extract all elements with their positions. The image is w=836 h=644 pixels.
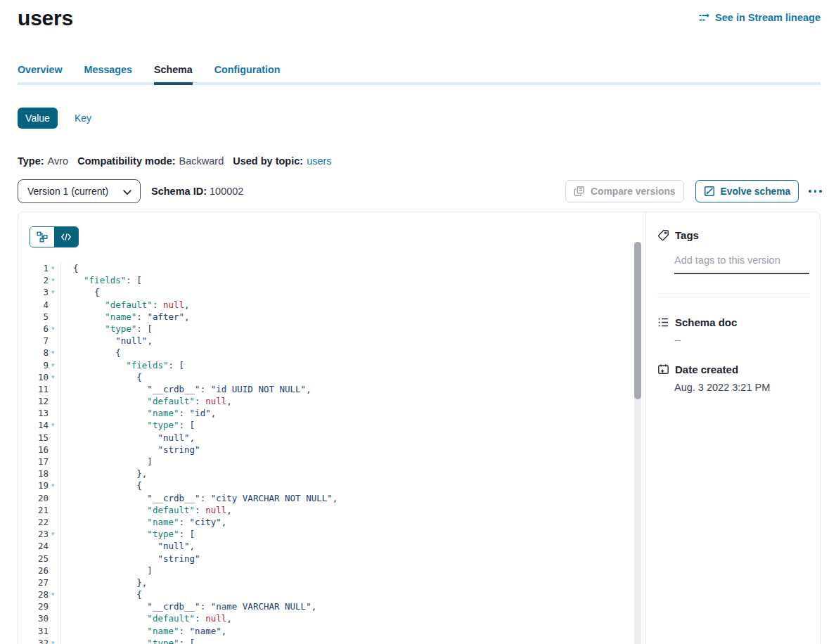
code-text: { (60, 262, 645, 274)
code-line: 18 }, (18, 468, 645, 479)
code-text: "null", (60, 335, 645, 347)
code-text: "type": [ (60, 419, 645, 431)
code-text: { (60, 347, 645, 359)
code-text: ] (60, 565, 645, 577)
line-number: 12 (18, 395, 49, 407)
code-text: "default": null, (60, 395, 645, 407)
code-text: "type": [ (60, 323, 645, 335)
tab-messages[interactable]: Messages (84, 64, 132, 82)
page-title: users (18, 6, 73, 30)
tags-input[interactable]: Add tags to this version (674, 254, 809, 274)
fold-toggle-icon[interactable]: ▾ (49, 323, 60, 335)
code-line: 16 "string" (18, 444, 645, 456)
view-toggle (30, 226, 79, 247)
code-line: 1▾{ (18, 262, 645, 274)
code-text: { (60, 588, 645, 600)
code-text: ] (60, 456, 645, 468)
line-number: 17 (18, 456, 49, 468)
fold-toggle-icon[interactable]: ▾ (49, 637, 60, 644)
scrollbar-thumb[interactable] (634, 242, 641, 399)
line-number: 7 (18, 335, 49, 347)
fold-spacer (49, 311, 60, 323)
line-number: 26 (18, 565, 49, 577)
tab-schema[interactable]: Schema (154, 64, 193, 82)
tree-view-icon (37, 231, 48, 243)
fold-toggle-icon[interactable]: ▾ (49, 528, 60, 540)
code-line: 27 }, (18, 577, 645, 588)
fold-spacer (49, 553, 60, 565)
date-created-value: Aug. 3 2022 3:21 PM (674, 382, 809, 393)
fold-spacer (49, 504, 60, 516)
code-text: "name": "name", (60, 625, 645, 637)
fold-spacer (49, 612, 60, 624)
fold-spacer (49, 456, 60, 468)
code-view-button[interactable] (54, 227, 78, 247)
code-text: "fields": [ (60, 359, 645, 371)
line-number: 14 (18, 419, 49, 431)
code-text: "default": null, (60, 299, 645, 311)
fold-toggle-icon[interactable]: ▾ (49, 371, 60, 383)
more-options-button[interactable] (809, 180, 822, 202)
see-in-stream-lineage-link[interactable]: See in Stream lineage (699, 12, 821, 23)
fold-toggle-icon[interactable]: ▾ (49, 262, 60, 274)
fold-toggle-icon[interactable]: ▾ (49, 359, 60, 371)
chevron-down-icon (123, 190, 131, 195)
fold-toggle-icon[interactable]: ▾ (49, 588, 60, 600)
version-select[interactable]: Version 1 (current) (18, 179, 141, 203)
fold-toggle-icon[interactable]: ▾ (49, 479, 60, 491)
line-number: 1 (18, 262, 49, 274)
line-number: 30 (18, 612, 49, 624)
fold-toggle-icon[interactable]: ▾ (49, 274, 60, 286)
topic-link[interactable]: users (307, 155, 331, 167)
sidebar-divider (657, 297, 809, 297)
fold-spacer (49, 516, 60, 528)
date-created-icon (657, 363, 669, 375)
fold-toggle-icon[interactable]: ▾ (49, 347, 60, 359)
line-number: 21 (18, 504, 49, 516)
line-number: 15 (18, 432, 49, 444)
used-by-topic-label: Used by topic: (233, 155, 303, 167)
code-text: "name": "city", (60, 516, 645, 528)
line-number: 20 (18, 492, 49, 504)
schema-meta-row: Type:Avro Compatibility mode:Backward Us… (18, 155, 821, 167)
value-tab-button[interactable]: Value (18, 108, 58, 129)
fold-spacer (49, 577, 60, 588)
code-line: 3▾ { (18, 286, 645, 298)
tree-view-button[interactable] (30, 227, 54, 247)
code-text: "null", (60, 432, 645, 444)
fold-spacer (49, 468, 60, 479)
code-line: 11 "__crdb__": "id UUID NOT NULL", (18, 383, 645, 395)
code-line: 31 "name": "name", (18, 625, 645, 637)
fold-spacer (49, 432, 60, 444)
tags-title: Tags (675, 229, 699, 241)
code-line: 5 "name": "after", (18, 311, 645, 323)
code-text: "string" (60, 444, 645, 456)
schema-doc-icon (657, 316, 669, 328)
fold-spacer (49, 444, 60, 456)
code-text: { (60, 371, 645, 383)
compare-versions-button[interactable]: Compare versions (565, 180, 683, 202)
fold-toggle-icon[interactable]: ▾ (49, 419, 60, 431)
evolve-schema-icon (704, 186, 715, 197)
line-number: 32 (18, 637, 49, 644)
fold-spacer (49, 383, 60, 395)
code-text: "fields": [ (60, 274, 645, 286)
code-text: }, (60, 577, 645, 588)
schema-panel: 1▾{2▾ "fields": [3▾ {4 "default": null,5… (18, 212, 821, 644)
key-tab-button[interactable]: Key (75, 112, 91, 124)
fold-spacer (49, 407, 60, 419)
fold-spacer (49, 540, 60, 552)
line-number: 25 (18, 553, 49, 565)
evolve-schema-button[interactable]: Evolve schema (695, 180, 799, 202)
code-line: 12 "default": null, (18, 395, 645, 407)
compatibility-label: Compatibility mode: (77, 155, 175, 167)
fold-toggle-icon[interactable]: ▾ (49, 286, 60, 298)
code-editor[interactable]: 1▾{2▾ "fields": [3▾ {4 "default": null,5… (18, 212, 645, 644)
code-text: "__crdb__": "name VARCHAR NULL", (60, 600, 645, 612)
code-line: 15 "null", (18, 432, 645, 444)
line-number: 23 (18, 528, 49, 540)
code-line: 14▾ "type": [ (18, 419, 645, 431)
tab-configuration[interactable]: Configuration (214, 64, 281, 82)
code-line: 29 "__crdb__": "name VARCHAR NULL", (18, 600, 645, 612)
tab-overview[interactable]: Overview (18, 64, 63, 82)
